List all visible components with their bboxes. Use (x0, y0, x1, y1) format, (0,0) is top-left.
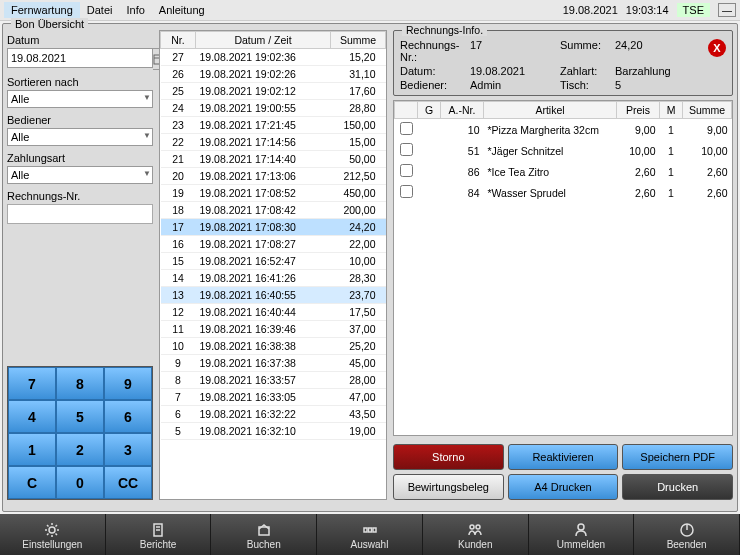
col-m[interactable]: M (660, 102, 683, 119)
drucken-button[interactable]: Drucken (622, 474, 733, 500)
item-row[interactable]: 84*Wasser Sprudel2,6012,60 (395, 182, 732, 203)
bediener-select[interactable] (7, 128, 153, 146)
table-row[interactable]: 1219.08.2021 16:40:4417,50 (161, 304, 386, 321)
close-icon[interactable]: X (708, 39, 726, 57)
table-row[interactable]: 819.08.2021 16:33:5728,00 (161, 372, 386, 389)
key-CC[interactable]: CC (104, 466, 152, 499)
info-datum-label: Datum: (400, 65, 470, 77)
col-datetime[interactable]: Datum / Zeit (196, 32, 331, 49)
bediener-label: Bediener (7, 114, 153, 126)
key-0[interactable]: 0 (56, 466, 104, 499)
col-preis[interactable]: Preis (617, 102, 660, 119)
sort-select[interactable] (7, 90, 153, 108)
header-time: 19:03:14 (626, 4, 669, 16)
info-summe: 24,20 (615, 39, 702, 63)
col-g[interactable]: G (418, 102, 441, 119)
col-artikel[interactable]: Artikel (484, 102, 617, 119)
table-row[interactable]: 2519.08.2021 19:02:1217,60 (161, 83, 386, 100)
key-4[interactable]: 4 (8, 400, 56, 433)
item-checkbox[interactable] (400, 143, 413, 156)
svg-point-11 (476, 525, 480, 529)
svg-rect-9 (373, 528, 376, 532)
rnr-input[interactable] (7, 204, 153, 224)
menu-info[interactable]: Info (119, 2, 151, 18)
storno-button[interactable]: Storno (393, 444, 504, 470)
table-row[interactable]: 1019.08.2021 16:38:3825,20 (161, 338, 386, 355)
col-nr[interactable]: Nr. (161, 32, 196, 49)
minimize-button[interactable]: — (718, 3, 736, 17)
table-row[interactable]: 2119.08.2021 17:14:4050,00 (161, 151, 386, 168)
table-row[interactable]: 1819.08.2021 17:08:42200,00 (161, 202, 386, 219)
table-row[interactable]: 1119.08.2021 16:39:4637,00 (161, 321, 386, 338)
table-row[interactable]: 1719.08.2021 17:08:3024,20 (161, 219, 386, 236)
key-2[interactable]: 2 (56, 433, 104, 466)
menu-anleitung[interactable]: Anleitung (152, 2, 212, 18)
bottombar-einstellungen[interactable]: Einstellungen (0, 514, 106, 555)
table-row[interactable]: 2319.08.2021 17:21:45150,00 (161, 117, 386, 134)
col-anr[interactable]: A.-Nr. (441, 102, 484, 119)
items-grid[interactable]: G A.-Nr. Artikel Preis M Summe 10*Pizza … (393, 100, 733, 436)
menu-datei[interactable]: Datei (80, 2, 120, 18)
key-7[interactable]: 7 (8, 367, 56, 400)
info-bediener: Admin (470, 79, 560, 91)
reaktivieren-button[interactable]: Reaktivieren (508, 444, 619, 470)
info-tisch-label: Tisch: (560, 79, 615, 91)
table-row[interactable]: 1519.08.2021 16:52:4710,00 (161, 253, 386, 270)
key-C[interactable]: C (8, 466, 56, 499)
col-summe[interactable]: Summe (331, 32, 386, 49)
bottombar-berichte[interactable]: Berichte (106, 514, 212, 555)
date-input[interactable] (7, 48, 153, 68)
info-datum: 19.08.2021 (470, 65, 560, 77)
table-row[interactable]: 1919.08.2021 17:08:52450,00 (161, 185, 386, 202)
table-row[interactable]: 719.08.2021 16:33:0547,00 (161, 389, 386, 406)
table-row[interactable]: 519.08.2021 16:32:1019,00 (161, 423, 386, 440)
table-row[interactable]: 919.08.2021 16:37:3845,00 (161, 355, 386, 372)
item-row[interactable]: 10*Pizza Margherita 32cm9,0019,00 (395, 119, 732, 141)
table-row[interactable]: 2219.08.2021 17:14:5615,00 (161, 134, 386, 151)
info-title: Rechnungs-Info. (402, 24, 487, 36)
key-3[interactable]: 3 (104, 433, 152, 466)
bottombar-beenden[interactable]: Beenden (634, 514, 740, 555)
rnr-label: Rechnungs-Nr. (7, 190, 153, 202)
bottombar-auswahl[interactable]: Auswahl (317, 514, 423, 555)
bon-panel: Bon Übersicht Datum Sortieren nach ▼ Bed… (2, 23, 738, 512)
key-8[interactable]: 8 (56, 367, 104, 400)
col-isumme[interactable]: Summe (683, 102, 732, 119)
menu-fernwartung[interactable]: Fernwartung (4, 2, 80, 18)
table-row[interactable]: 2619.08.2021 19:02:2631,10 (161, 66, 386, 83)
table-row[interactable]: 1419.08.2021 16:41:2628,30 (161, 270, 386, 287)
key-6[interactable]: 6 (104, 400, 152, 433)
info-rnr-label: Rechnungs-Nr.: (400, 39, 470, 63)
a4-button[interactable]: A4 Drucken (508, 474, 619, 500)
key-1[interactable]: 1 (8, 433, 56, 466)
svg-point-2 (49, 527, 55, 533)
table-row[interactable]: 2419.08.2021 19:00:5528,80 (161, 100, 386, 117)
pdf-button[interactable]: Speichern PDF (622, 444, 733, 470)
item-checkbox[interactable] (400, 164, 413, 177)
filters: Datum Sortieren nach ▼ Bediener ▼ Zahlun… (7, 30, 153, 500)
bottombar-kunden[interactable]: Kunden (423, 514, 529, 555)
info-bediener-label: Bediener: (400, 79, 470, 91)
item-row[interactable]: 51*Jäger Schnitzel10,00110,00 (395, 140, 732, 161)
key-9[interactable]: 9 (104, 367, 152, 400)
bottombar-buchen[interactable]: Buchen (211, 514, 317, 555)
key-5[interactable]: 5 (56, 400, 104, 433)
table-row[interactable]: 619.08.2021 16:32:2243,50 (161, 406, 386, 423)
bewirtung-button[interactable]: Bewirtungsbeleg (393, 474, 504, 500)
zahlart-select[interactable] (7, 166, 153, 184)
bottombar-ummelden[interactable]: Ummelden (529, 514, 635, 555)
receipts-grid[interactable]: Nr. Datum / Zeit Summe 2719.08.2021 19:0… (159, 30, 387, 500)
table-row[interactable]: 2719.08.2021 19:02:3615,20 (161, 49, 386, 66)
table-row[interactable]: 2019.08.2021 17:13:06212,50 (161, 168, 386, 185)
invoice-info: Rechnungs-Info. Rechnungs-Nr.:17 Summe:2… (393, 30, 733, 96)
item-checkbox[interactable] (400, 185, 413, 198)
item-checkbox[interactable] (400, 122, 413, 135)
info-summe-label: Summe: (560, 39, 615, 63)
date-label: Datum (7, 34, 153, 46)
svg-rect-8 (368, 528, 371, 532)
table-row[interactable]: 1619.08.2021 17:08:2722,00 (161, 236, 386, 253)
keypad: 789456123C0CC (7, 366, 153, 500)
item-row[interactable]: 86*Ice Tea Zitro2,6012,60 (395, 161, 732, 182)
table-row[interactable]: 1319.08.2021 16:40:5523,70 (161, 287, 386, 304)
sort-label: Sortieren nach (7, 76, 153, 88)
